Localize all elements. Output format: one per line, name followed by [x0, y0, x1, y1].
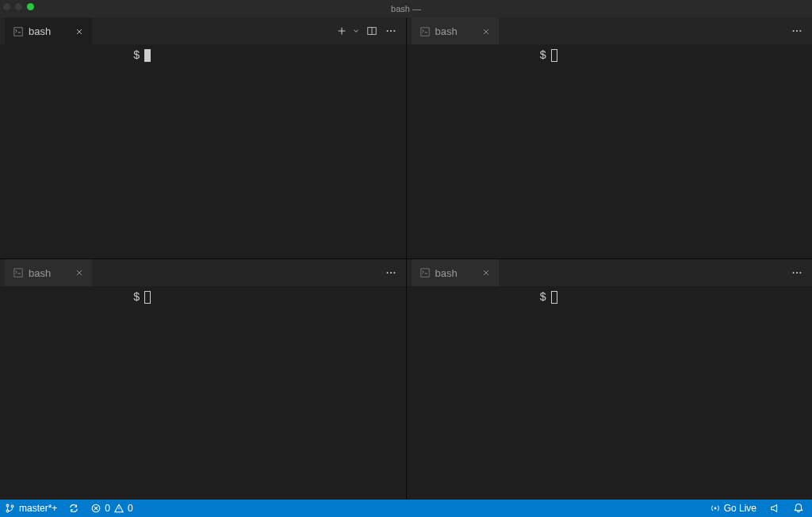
tab-bash[interactable]: bash — [5, 17, 92, 44]
sync-icon — [68, 503, 79, 514]
terminal-pane: bash $ — [0, 259, 406, 500]
tab-actions — [333, 17, 403, 44]
tab-bar: bash — [0, 259, 406, 286]
error-icon — [90, 503, 102, 514]
warning-icon — [113, 503, 124, 514]
tab-label: bash — [29, 25, 68, 37]
sync-status[interactable] — [67, 500, 81, 517]
tab-actions — [788, 17, 809, 44]
more-actions-button[interactable] — [788, 22, 806, 40]
window-close-button[interactable] — [3, 3, 10, 10]
git-branch-label: master*+ — [19, 503, 57, 514]
svg-point-2 — [389, 30, 391, 32]
svg-point-17 — [714, 507, 716, 510]
more-actions-button[interactable] — [788, 264, 806, 281]
tab-close-button[interactable] — [73, 25, 86, 38]
tab-label: bash — [435, 267, 475, 279]
terminal-pane: bash $ — [407, 17, 813, 258]
more-actions-button[interactable] — [382, 22, 400, 40]
terminal-cursor — [144, 49, 151, 62]
editor-grid: bash — [0, 17, 812, 500]
git-branch-status[interactable]: master*+ — [3, 500, 59, 517]
go-live-button[interactable]: Go Live — [708, 500, 758, 517]
terminal-icon — [419, 267, 431, 278]
terminal-cursor — [551, 49, 557, 62]
tab-close-button[interactable] — [73, 266, 86, 279]
status-bar: master*+ 0 0 Go Live — [0, 500, 812, 517]
window-titlebar: bash — — [0, 0, 812, 17]
svg-point-10 — [793, 271, 795, 273]
prompt-symbol: $ — [540, 49, 546, 62]
notifications-button[interactable] — [791, 500, 806, 517]
svg-point-4 — [793, 30, 795, 32]
tab-bash[interactable]: bash — [5, 259, 92, 286]
terminal-icon — [13, 267, 24, 278]
window-title: bash — — [391, 4, 421, 13]
megaphone-icon — [769, 503, 780, 514]
window-maximize-button[interactable] — [27, 3, 34, 10]
tab-close-button[interactable] — [480, 266, 492, 279]
go-live-label: Go Live — [724, 503, 756, 514]
bell-icon — [793, 503, 804, 514]
tab-label: bash — [29, 267, 68, 279]
tab-bar: bash — [407, 17, 813, 44]
terminal-body[interactable]: $ — [407, 286, 813, 500]
svg-point-13 — [6, 504, 9, 507]
prompt-symbol: $ — [540, 291, 546, 304]
svg-point-12 — [799, 271, 801, 273]
terminal-icon — [419, 26, 431, 37]
prompt-line: $ — [540, 291, 813, 304]
tab-actions — [382, 259, 403, 286]
svg-point-8 — [389, 271, 391, 273]
error-count: 0 — [105, 503, 110, 514]
window-minimize-button[interactable] — [15, 3, 22, 10]
terminal-pane: bash — [0, 17, 406, 258]
window-controls — [3, 3, 34, 10]
prompt-line: $ — [540, 49, 813, 62]
terminal-body[interactable]: $ — [0, 44, 406, 258]
prompt-symbol: $ — [133, 49, 140, 62]
prompt-line: $ — [133, 291, 406, 304]
new-terminal-dropdown[interactable] — [350, 22, 362, 40]
tab-bar: bash — [0, 17, 406, 44]
tab-bash[interactable]: bash — [412, 259, 499, 286]
svg-point-7 — [386, 271, 388, 273]
svg-point-1 — [386, 30, 388, 32]
svg-point-15 — [11, 505, 13, 507]
problems-status[interactable]: 0 0 — [89, 500, 134, 517]
prompt-line: $ — [133, 49, 406, 62]
terminal-cursor — [144, 291, 151, 304]
terminal-body[interactable]: $ — [407, 44, 813, 258]
tab-label: bash — [435, 25, 475, 37]
git-branch-icon — [5, 503, 16, 514]
feedback-button[interactable] — [768, 500, 782, 517]
tab-bash[interactable]: bash — [412, 17, 499, 44]
terminal-pane: bash $ — [407, 259, 813, 500]
terminal-body[interactable]: $ — [0, 286, 406, 500]
terminal-icon — [13, 26, 24, 37]
split-editor-button[interactable] — [363, 22, 381, 40]
svg-point-9 — [393, 271, 395, 273]
svg-point-3 — [393, 30, 395, 32]
warning-count: 0 — [128, 503, 133, 514]
prompt-symbol: $ — [133, 291, 140, 304]
more-actions-button[interactable] — [382, 264, 400, 281]
tab-bar: bash — [407, 259, 813, 286]
svg-point-6 — [799, 30, 801, 32]
new-terminal-button[interactable] — [333, 22, 350, 40]
svg-point-5 — [796, 30, 798, 32]
svg-point-14 — [6, 510, 9, 512]
broadcast-icon — [710, 503, 721, 514]
tab-close-button[interactable] — [480, 25, 492, 38]
terminal-cursor — [551, 291, 557, 304]
svg-point-11 — [796, 271, 798, 273]
tab-actions — [788, 259, 809, 286]
